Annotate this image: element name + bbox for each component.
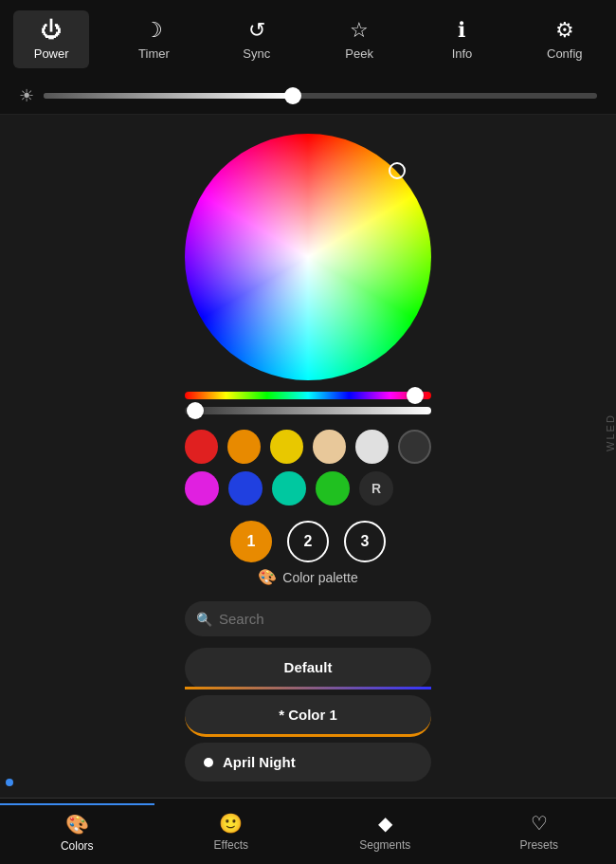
- power-icon: ⏻: [41, 18, 62, 43]
- search-container: 🔍: [185, 601, 431, 636]
- preset-default[interactable]: Default: [185, 648, 431, 689]
- blue-dot-indicator: [6, 779, 13, 786]
- preset-color1[interactable]: * Color 1: [185, 695, 431, 737]
- palette-section: 1 2 3 🎨 Color palette: [185, 521, 431, 586]
- tab-colors-label: Colors: [61, 839, 94, 853]
- swatch-peach[interactable]: [313, 430, 346, 464]
- swatch-blue[interactable]: [228, 471, 263, 506]
- nav-config[interactable]: ⚙ Config: [527, 10, 603, 68]
- segments-icon: ◆: [378, 812, 392, 835]
- wheel-cursor[interactable]: [389, 162, 406, 179]
- swatch-red[interactable]: [185, 430, 218, 464]
- preset-april-night-label: April Night: [223, 754, 296, 770]
- preset-color1-label: * Color 1: [279, 707, 337, 723]
- timer-icon: ☽: [144, 18, 163, 43]
- top-nav: ⏻ Power ☽ Timer ↺ Sync ☆ Peek ℹ Info ⚙ C…: [0, 0, 616, 78]
- nav-info-label: Info: [452, 46, 473, 61]
- tab-segments[interactable]: ◆ Segments: [308, 804, 462, 859]
- white-thumb[interactable]: [187, 402, 204, 419]
- tab-effects-label: Effects: [214, 838, 248, 852]
- main-content: R 1 2 3 🎨 Color palette 🔍 Default * Colo…: [0, 115, 616, 785]
- swatch-white[interactable]: [355, 430, 389, 464]
- hue-thumb[interactable]: [407, 387, 424, 404]
- swatch-black[interactable]: [398, 430, 431, 464]
- palette-slots: 1 2 3: [230, 521, 386, 562]
- info-icon: ℹ: [458, 18, 465, 43]
- brightness-bar: ☀: [0, 78, 616, 115]
- nav-peek-label: Peek: [345, 46, 373, 61]
- preset-list: Default * Color 1 April Night: [185, 648, 431, 781]
- search-input[interactable]: [185, 601, 431, 636]
- nav-timer-label: Timer: [138, 46, 170, 61]
- nav-peek[interactable]: ☆ Peek: [321, 10, 397, 68]
- swatch-teal[interactable]: [272, 471, 306, 506]
- presets-icon: ♡: [531, 812, 548, 835]
- color-sliders: [185, 392, 431, 414]
- swatch-row-1: [185, 430, 431, 464]
- nav-power-label: Power: [34, 46, 69, 61]
- effects-icon: 🙂: [219, 812, 243, 835]
- palette-slot-2[interactable]: 2: [287, 521, 329, 562]
- april-dot: [204, 758, 213, 767]
- nav-sync[interactable]: ↺ Sync: [219, 10, 295, 68]
- tab-effects[interactable]: 🙂 Effects: [154, 804, 309, 859]
- color-wheel-container[interactable]: [185, 134, 431, 380]
- swatch-magenta[interactable]: [185, 471, 219, 506]
- white-slider[interactable]: [185, 407, 431, 414]
- tab-segments-label: Segments: [359, 838, 410, 852]
- nav-power[interactable]: ⏻ Power: [13, 10, 89, 68]
- swatch-orange[interactable]: [227, 430, 261, 464]
- swatch-yellow[interactable]: [270, 430, 303, 464]
- palette-slot-1[interactable]: 1: [230, 521, 272, 562]
- nav-timer[interactable]: ☽ Timer: [116, 10, 191, 68]
- preset-april-night[interactable]: April Night: [185, 743, 431, 781]
- tab-colors[interactable]: 🎨 Colors: [0, 803, 154, 860]
- brightness-slider[interactable]: [44, 93, 597, 99]
- nav-info[interactable]: ℹ Info: [424, 10, 499, 68]
- tab-presets[interactable]: ♡ Presets: [462, 804, 617, 859]
- preset-default-label: Default: [284, 659, 333, 675]
- swatch-row-2: R: [185, 471, 431, 506]
- palette-slot-3[interactable]: 3: [344, 521, 386, 562]
- swatch-random[interactable]: R: [359, 471, 393, 506]
- search-icon: 🔍: [196, 612, 212, 627]
- tab-presets-label: Presets: [519, 838, 558, 852]
- palette-label[interactable]: 🎨 Color palette: [258, 568, 357, 586]
- swatch-green[interactable]: [316, 471, 350, 506]
- palette-label-text: Color palette: [282, 570, 357, 585]
- peek-icon: ☆: [350, 18, 369, 43]
- brightness-icon: ☀: [19, 85, 34, 106]
- nav-sync-label: Sync: [243, 46, 270, 61]
- nav-config-label: Config: [547, 46, 583, 61]
- color-swatches: R: [185, 430, 431, 506]
- sync-icon: ↺: [248, 18, 265, 43]
- colors-icon: 🎨: [65, 813, 89, 836]
- side-label: WLED: [605, 414, 616, 451]
- hue-slider[interactable]: [185, 392, 431, 399]
- bottom-tabs: 🎨 Colors 🙂 Effects ◆ Segments ♡ Presets: [0, 798, 616, 864]
- palette-icon: 🎨: [258, 568, 277, 586]
- config-icon: ⚙: [555, 18, 574, 43]
